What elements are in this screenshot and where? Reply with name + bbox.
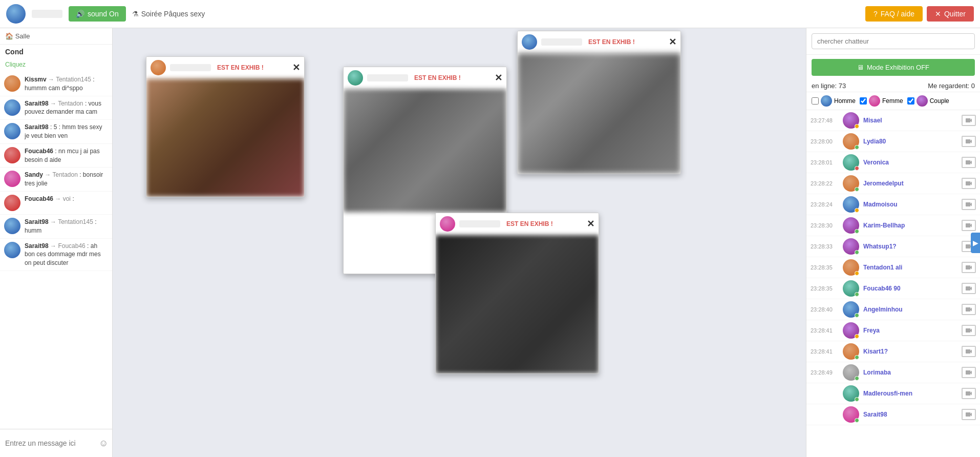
chat-item[interactable]: Sandy → Tentadon : bonsoir tres jolie xyxy=(0,168,112,192)
chat-item[interactable]: Sarait98 → Foucab46 : ah bon ces dommage… xyxy=(0,239,112,271)
user-row[interactable]: 23:28:40 Angelminhou xyxy=(806,299,980,320)
search-area xyxy=(806,28,980,55)
user-name: Whatsup1? xyxy=(863,243,957,250)
faq-button[interactable]: ? FAQ / aide xyxy=(865,6,923,22)
filter-checkbox[interactable] xyxy=(907,97,914,105)
user-list: 23:27:48 Misael 23:28:00 Lydia80 23:28:0… xyxy=(806,110,980,457)
chat-item[interactable]: Sarait98 → Tentadon : vous pouvez demand… xyxy=(0,96,112,120)
user-row[interactable]: Sarait98 xyxy=(806,404,980,425)
user-status-dot xyxy=(855,292,859,297)
chat-avatar xyxy=(4,171,20,187)
message-bar: ☺ ➤ ◇ 🖼 xyxy=(0,429,112,457)
user-status-dot xyxy=(855,418,859,423)
cam-button[interactable] xyxy=(962,409,976,420)
user-row[interactable]: 23:28:24 Madmoisou xyxy=(806,194,980,215)
cam-button[interactable] xyxy=(962,199,976,210)
popup-avatar-3 xyxy=(522,34,537,50)
user-name: Veronica xyxy=(863,159,957,166)
soiree-filter[interactable]: ⚗ Soirée Pâques sexy xyxy=(132,10,205,18)
exhibition-button[interactable]: 🖥 Mode Exhibition OFF xyxy=(812,59,975,76)
monitor-icon: 🖥 xyxy=(857,64,864,71)
search-input[interactable] xyxy=(812,33,975,49)
message-input[interactable] xyxy=(5,439,95,447)
cam-button[interactable] xyxy=(962,157,976,168)
sound-button[interactable]: 🔊 sound On xyxy=(69,6,126,22)
user-avatar-wrap xyxy=(843,217,859,234)
cam-button[interactable] xyxy=(962,346,976,357)
cam-button[interactable] xyxy=(962,388,976,399)
chat-item[interactable]: Sarait98 → Tentation145 : humm xyxy=(0,215,112,239)
filter-item-homme[interactable]: Homme xyxy=(812,95,856,107)
user-status-dot xyxy=(855,376,859,381)
chat-item[interactable]: Sarait98 : 5 : hmm tres sexy je veut bie… xyxy=(0,120,112,144)
user-avatar-wrap xyxy=(843,175,859,192)
user-row[interactable]: 23:28:22 Jeromedelput xyxy=(806,173,980,194)
user-time: 23:28:33 xyxy=(811,243,839,250)
cam-button[interactable] xyxy=(962,325,976,336)
cam-button[interactable] xyxy=(962,220,976,231)
chat-avatar xyxy=(4,195,20,211)
chat-text: Kissmv → Tentation145 : hummm cam di^spp… xyxy=(25,75,108,93)
user-status-dot xyxy=(855,313,859,318)
cam-button[interactable] xyxy=(962,178,976,189)
user-time: 23:28:41 xyxy=(811,327,839,334)
right-panel: 🖥 Mode Exhibition OFF en ligne: 73 Me re… xyxy=(806,28,980,457)
user-row[interactable]: 23:28:41 Kisart1? xyxy=(806,341,980,362)
camera-icon xyxy=(965,368,973,377)
filter-item-femme[interactable]: Femme xyxy=(860,95,903,107)
popup-close-1[interactable]: ✕ xyxy=(292,63,300,72)
username-label xyxy=(32,10,62,18)
chat-text: Sarait98 : 5 : hmm tres sexy je veut bie… xyxy=(25,123,108,140)
cam-button[interactable] xyxy=(962,262,976,273)
cond-label: Cond xyxy=(0,45,112,59)
user-row[interactable]: 23:28:33 Whatsup1? xyxy=(806,236,980,257)
camera-icon xyxy=(965,389,973,398)
emoji-icon[interactable]: ☺ xyxy=(99,436,108,450)
user-row[interactable]: 23:28:35 Tentadon1 ali xyxy=(806,257,980,278)
filter-checkbox[interactable] xyxy=(860,97,867,105)
filter-label: Homme xyxy=(834,97,856,105)
chat-item[interactable]: Foucab46 : nn mcu j ai pas besoin d aide xyxy=(0,144,112,168)
user-status-dot xyxy=(855,166,859,171)
chat-item[interactable]: Kissmv → Tentation145 : hummm cam di^spp… xyxy=(0,72,112,96)
user-status-dot xyxy=(855,250,859,255)
user-name: Freya xyxy=(863,327,957,334)
user-avatar-wrap xyxy=(843,259,859,276)
popup-header-1: EST EN EXHIB ! ✕ xyxy=(146,57,304,79)
user-status-dot xyxy=(855,334,859,339)
user-row[interactable]: 23:28:01 Veronica xyxy=(806,152,980,173)
user-row[interactable]: 23:28:49 Lorimaba xyxy=(806,362,980,383)
popup-avatar-2 xyxy=(348,70,363,86)
topbar-right: ? FAQ / aide ✕ Quitter xyxy=(865,6,974,22)
popup-close-2[interactable]: ✕ xyxy=(495,73,502,82)
cam-button[interactable] xyxy=(962,283,976,294)
popup-header-2: EST EN EXHIB ! ✕ xyxy=(344,67,506,89)
user-avatar-wrap xyxy=(843,343,859,360)
cliquez-link[interactable]: Cliquez xyxy=(0,59,112,70)
user-row[interactable]: Madlerousfi-men xyxy=(806,383,980,404)
user-row[interactable]: 23:28:41 Freya xyxy=(806,320,980,341)
filter-avatar xyxy=(917,95,928,107)
user-row[interactable]: 23:27:48 Misael xyxy=(806,110,980,131)
exhibition-label: Mode Exhibition OFF xyxy=(867,64,929,71)
cam-button[interactable] xyxy=(962,115,976,126)
quit-button[interactable]: ✕ Quitter xyxy=(927,6,974,22)
user-status-dot xyxy=(855,397,859,402)
cam-button[interactable] xyxy=(962,367,976,378)
popup-close-3[interactable]: ✕ xyxy=(669,37,676,47)
expand-tab[interactable]: ▶ xyxy=(971,233,980,253)
cam-button[interactable] xyxy=(962,136,976,147)
filter-checkbox[interactable] xyxy=(812,97,819,105)
user-row[interactable]: 23:28:30 Karim-Bellhap xyxy=(806,215,980,236)
user-row[interactable]: 23:28:00 Lydia80 xyxy=(806,131,980,152)
camera-icon xyxy=(965,284,973,293)
user-avatar-wrap xyxy=(843,322,859,339)
chat-item[interactable]: Foucab46 → voi : xyxy=(0,192,112,215)
popup-close-4[interactable]: ✕ xyxy=(587,219,594,228)
filter-item-couple[interactable]: Couple xyxy=(907,95,949,107)
cam-button[interactable] xyxy=(962,304,976,315)
chat-target: → Foucab46 xyxy=(50,242,86,250)
popup-avatar-4 xyxy=(440,216,455,232)
user-row[interactable]: 23:28:35 Foucab46 90 xyxy=(806,278,980,299)
user-status-dot xyxy=(855,208,859,213)
